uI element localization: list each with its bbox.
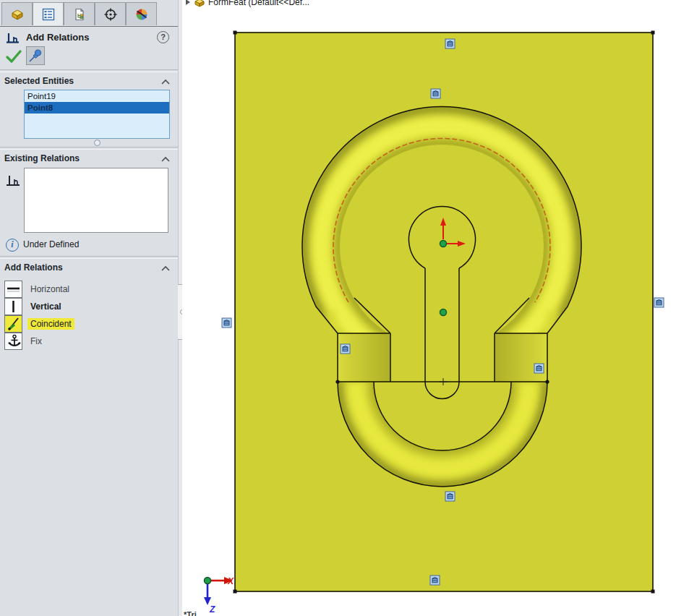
relation-option-horizontal[interactable]: Horizontal	[4, 281, 175, 298]
tab-dimxpertmanager[interactable]	[95, 2, 126, 25]
tab-displaymanager[interactable]	[126, 2, 157, 25]
help-icon[interactable]: ?	[157, 31, 169, 43]
relation-marker-icon[interactable]	[445, 492, 455, 501]
model-canvas[interactable]: X Z *Tri...	[182, 0, 676, 616]
chevron-up-icon[interactable]	[161, 155, 171, 163]
add-relations-group-header[interactable]: Add Relations	[4, 262, 174, 275]
tab-propertymanager[interactable]	[33, 2, 64, 25]
triad-z-label: Z	[209, 604, 215, 615]
feature-tree-overlay: FormFeat (Default<<Def...	[185, 0, 309, 9]
fix-anchor-icon[interactable]	[4, 333, 22, 350]
part-icon	[10, 7, 25, 22]
info-icon: i	[6, 239, 19, 252]
horizontal-relation-icon[interactable]	[4, 281, 22, 298]
relations-symbol-icon	[5, 172, 21, 188]
triad-x-label: X	[227, 576, 234, 586]
divider	[0, 256, 178, 259]
status-badge: Under Defined	[23, 239, 79, 249]
view-orientation-label: *Tri...	[184, 610, 203, 616]
list-item-selected[interactable]: Point8	[25, 102, 169, 114]
tab-configurationmanager[interactable]	[64, 2, 95, 25]
tab-featuremanager[interactable]	[1, 2, 33, 25]
relation-option-fix[interactable]: Fix	[4, 333, 175, 350]
relation-marker-icon[interactable]	[341, 344, 350, 354]
relation-marker-icon[interactable]	[445, 39, 455, 48]
ok-button[interactable]	[5, 48, 22, 64]
relation-marker-icon[interactable]	[534, 364, 544, 373]
selected-entities-list[interactable]: Point19 Point8	[24, 90, 170, 139]
divider	[0, 147, 178, 150]
relation-marker-icon[interactable]	[430, 576, 440, 585]
add-relations-icon	[5, 30, 21, 45]
existing-relations-header[interactable]: Existing Relations	[4, 153, 174, 166]
sketch-point[interactable]	[440, 309, 447, 316]
relation-marker-icon[interactable]	[654, 298, 664, 307]
divider	[0, 69, 178, 72]
property-manager-icon	[41, 7, 56, 22]
display-manager-icon	[134, 7, 149, 22]
chevron-up-icon[interactable]	[161, 78, 171, 85]
list-resize-grip[interactable]	[94, 140, 100, 146]
pushpin-icon	[27, 47, 44, 64]
property-manager-panel: Add Relations ? Selected Entities Point1…	[0, 0, 178, 616]
relation-option-coincident[interactable]: Coincident	[4, 315, 175, 333]
relation-marker-icon[interactable]	[431, 89, 440, 98]
feature-tree-item[interactable]: FormFeat (Default<<Def...	[208, 0, 309, 7]
manager-tab-bar	[0, 2, 178, 27]
existing-relations-list[interactable]	[24, 168, 168, 233]
configuration-manager-icon	[72, 7, 87, 22]
panel-title: Add Relations	[26, 32, 89, 43]
relation-marker-icon[interactable]	[222, 318, 231, 328]
dimxpert-icon	[103, 7, 118, 22]
expand-arrow-icon[interactable]	[185, 0, 191, 6]
list-item[interactable]: Point19	[25, 90, 169, 102]
pushpin-button[interactable]	[26, 46, 45, 65]
relation-option-vertical[interactable]: Vertical	[4, 298, 175, 315]
vertical-relation-icon[interactable]	[4, 298, 22, 315]
coincident-relation-icon[interactable]	[4, 315, 22, 333]
selected-entities-header[interactable]: Selected Entities	[4, 76, 174, 89]
part-icon	[194, 0, 205, 8]
coordinate-triad: X Z *Tri...	[184, 576, 234, 616]
chevron-up-icon[interactable]	[161, 265, 171, 272]
